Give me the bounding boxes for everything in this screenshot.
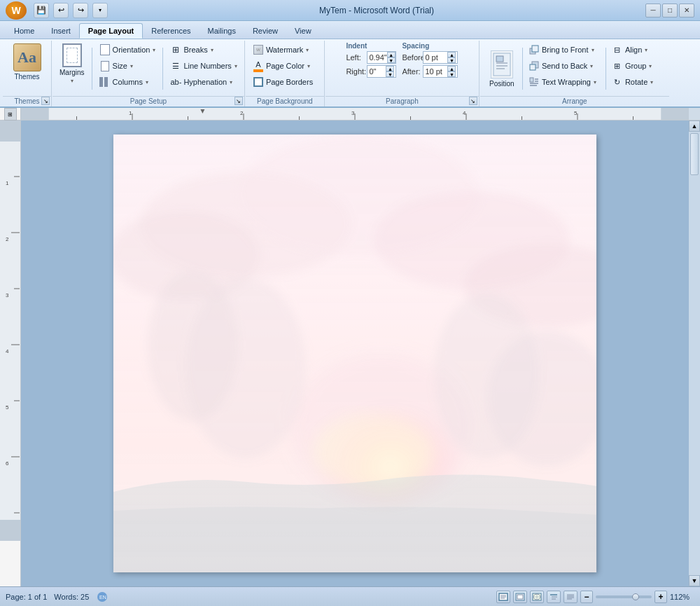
scroll-down-arrow[interactable]: ▼ <box>689 575 700 586</box>
indent-right-value: 0" <box>369 67 386 76</box>
arrange-col2: ⊟ Align ▾ ⊞ Group ▾ ↻ Rotate ▾ <box>609 42 665 90</box>
line-numbers-button[interactable]: ☰ Line Numbers ▾ <box>167 58 239 74</box>
full-screen-view[interactable] <box>513 591 527 603</box>
hyphenation-label: Hyphenation <box>183 78 227 86</box>
tab-insert[interactable]: Insert <box>43 23 79 39</box>
tab-references[interactable]: References <box>143 23 199 39</box>
redo-button[interactable]: ↪ <box>73 3 88 18</box>
page-borders-button[interactable]: Page Borders <box>250 74 320 90</box>
document-page[interactable] <box>113 135 596 572</box>
text-wrapping-label: Text Wrapping <box>542 78 591 86</box>
group-button[interactable]: ⊞ Group ▾ <box>609 58 665 74</box>
page-color-icon: A <box>253 60 264 71</box>
themes-label: Themes <box>14 73 39 81</box>
svg-rect-1 <box>496 56 503 62</box>
paragraph-expand[interactable]: ↘ <box>469 97 477 105</box>
spacing-before-input[interactable]: 0 pt ▲ ▼ <box>423 51 458 64</box>
svg-rect-34 <box>0 142 21 520</box>
svg-point-57 <box>148 270 238 422</box>
margins-button[interactable]: Margins ▾ <box>57 42 88 85</box>
text-wrapping-button[interactable]: Text Wrapping ▾ <box>526 74 603 90</box>
orientation-button[interactable]: Orientation ▾ <box>97 42 159 57</box>
zoom-slider[interactable] <box>596 595 652 598</box>
position-button[interactable]: Position <box>484 42 519 95</box>
web-layout-view[interactable] <box>530 591 544 603</box>
undo-button[interactable]: ↩ <box>53 3 69 18</box>
svg-text:3: 3 <box>351 110 355 116</box>
tab-review[interactable]: Review <box>244 23 286 39</box>
watermark-button[interactable]: W Watermark ▾ <box>250 42 320 57</box>
window-controls: ─ □ ✕ <box>645 4 694 18</box>
spacing-before-spinners: ▲ ▼ <box>447 52 456 63</box>
indent-right-label: Right: <box>346 67 365 76</box>
print-layout-view[interactable] <box>496 591 510 603</box>
svg-text:5: 5 <box>574 110 578 116</box>
arrange-separator <box>522 48 523 90</box>
spacing-after-input[interactable]: 10 pt ▲ ▼ <box>423 65 458 78</box>
svg-text:2: 2 <box>6 236 9 242</box>
hyphenation-button[interactable]: ab- Hyphenation ▾ <box>167 74 239 90</box>
scroll-track[interactable] <box>689 132 700 575</box>
align-button[interactable]: ⊟ Align ▾ <box>609 42 665 57</box>
quick-access-dropdown[interactable]: ▾ <box>92 3 108 18</box>
spacing-col: Spacing Before: 0 pt ▲ ▼ After: <box>402 42 458 78</box>
page-color-label: Page Color <box>266 62 304 70</box>
svg-text:EN: EN <box>99 595 106 600</box>
indent-left-up[interactable]: ▲ <box>387 52 396 57</box>
page-color-button[interactable]: A Page Color ▾ <box>250 58 320 74</box>
indent-right-up[interactable]: ▲ <box>386 66 394 71</box>
tab-view[interactable]: View <box>286 23 320 39</box>
themes-group-expand[interactable]: ↘ <box>41 97 50 105</box>
orientation-icon <box>99 44 111 55</box>
spacing-after-up[interactable]: ▲ <box>447 66 456 71</box>
page-setup-group-label: Page Setup <box>52 96 244 105</box>
document-canvas[interactable] <box>21 120 689 586</box>
zoom-thumb[interactable] <box>632 593 639 600</box>
breaks-arrow: ▾ <box>211 47 214 53</box>
spacing-after-down[interactable]: ▼ <box>447 71 456 77</box>
indent-left-input[interactable]: 0.94" ▲ ▼ <box>367 51 396 64</box>
office-button[interactable]: W <box>6 1 27 20</box>
group-label: Group <box>625 62 647 70</box>
indent-left-label: Left: <box>346 53 365 62</box>
language-icon[interactable]: EN <box>96 591 108 603</box>
send-to-back-arrow: ▾ <box>590 63 593 69</box>
maximize-button[interactable]: □ <box>662 4 678 18</box>
spacing-before-down[interactable]: ▼ <box>447 57 456 63</box>
zoom-minus-button[interactable]: − <box>580 591 593 603</box>
svg-rect-8 <box>530 64 536 70</box>
outline-view[interactable] <box>547 591 561 603</box>
columns-button[interactable]: Columns ▾ <box>97 74 159 90</box>
bring-to-front-button[interactable]: Bring to Front ▾ <box>526 42 603 57</box>
group-paragraph: Indent Left: 0.94" ▲ ▼ Right: <box>326 41 479 106</box>
ruler-corner-box[interactable]: ⊞ <box>4 108 17 120</box>
spacing-before-value: 0 pt <box>425 53 447 62</box>
save-button[interactable]: 💾 <box>34 3 49 18</box>
horizontal-ruler: 1 2 3 4 5 <box>21 108 689 120</box>
zoom-plus-button[interactable]: + <box>654 591 667 603</box>
close-button[interactable]: ✕ <box>679 4 694 18</box>
draft-view[interactable] <box>564 591 578 603</box>
scroll-up-arrow[interactable]: ▲ <box>689 120 700 132</box>
page-background-col: W Watermark ▾ A Page Color ▾ <box>250 42 320 90</box>
spacing-before-up[interactable]: ▲ <box>447 52 456 57</box>
rotate-button[interactable]: ↻ Rotate ▾ <box>609 74 665 90</box>
zoom-percent: 112% <box>670 593 694 601</box>
align-icon: ⊟ <box>612 44 623 55</box>
arrange-separator2 <box>606 48 606 90</box>
tab-mailings[interactable]: Mailings <box>200 23 244 39</box>
themes-button[interactable]: Aa Themes <box>10 42 44 82</box>
indent-right-input[interactable]: 0" ▲ ▼ <box>367 65 396 78</box>
indent-left-down[interactable]: ▼ <box>387 57 396 63</box>
title-bar: W 💾 ↩ ↪ ▾ MyTem - Microsoft Word (Trial)… <box>0 0 700 21</box>
size-button[interactable]: Size ▾ <box>97 58 159 74</box>
indent-right-down[interactable]: ▼ <box>386 71 394 77</box>
scroll-thumb[interactable] <box>690 133 699 175</box>
send-to-back-button[interactable]: Send to Back ▾ <box>526 58 603 74</box>
tab-page-layout[interactable]: Page Layout <box>79 23 143 39</box>
minimize-button[interactable]: ─ <box>645 4 661 18</box>
tab-home[interactable]: Home <box>6 23 43 39</box>
spacing-after-label: After: <box>402 67 421 76</box>
breaks-button[interactable]: ⊞ Breaks ▾ <box>167 42 239 57</box>
page-setup-expand[interactable]: ↘ <box>234 97 243 105</box>
